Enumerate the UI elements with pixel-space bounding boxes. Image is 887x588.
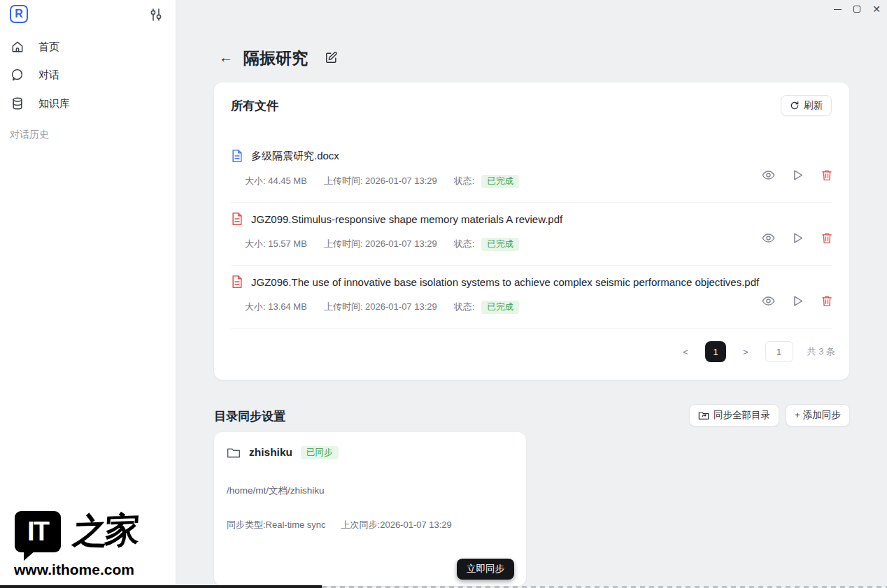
edit-title-icon[interactable] <box>325 51 338 64</box>
sync-directory-card: zhishiku 已同步 /home/mt/文档/zhishiku 同步类型:R… <box>214 432 526 586</box>
page-jump-input[interactable] <box>765 341 793 362</box>
sidebar: R 首页 对话 <box>0 0 176 588</box>
file-row[interactable]: JGZ096.The use of innovative base isolat… <box>231 266 832 329</box>
sidebar-settings-icon[interactable] <box>148 7 164 22</box>
file-uploaded: 上传时间: 2026-01-07 13:29 <box>324 175 437 187</box>
watermark-url: www.ithome.com <box>14 561 134 578</box>
status-badge: 已完成 <box>481 301 519 314</box>
process-file-button[interactable] <box>793 295 804 307</box>
delete-file-button[interactable] <box>821 169 832 181</box>
sync-status-badge: 已同步 <box>301 446 339 459</box>
next-page-button[interactable]: > <box>740 347 751 357</box>
file-status-label: 状态: <box>454 301 475 313</box>
file-size: 大小: 15.57 MB <box>245 238 307 250</box>
file-uploaded: 上传时间: 2026-01-07 13:29 <box>324 301 437 313</box>
status-badge: 已完成 <box>481 175 519 188</box>
prev-page-button[interactable]: < <box>680 347 691 357</box>
file-name: JGZ096.The use of innovative base isolat… <box>251 276 759 288</box>
file-size: 大小: 13.64 MB <box>245 301 307 313</box>
pdf-file-icon <box>231 212 243 226</box>
sync-all-directories-button[interactable]: 同步全部目录 <box>689 404 779 426</box>
file-row[interactable]: 多级隔震研究.docx 大小: 44.45 MB 上传时间: 2026-01-0… <box>231 140 832 203</box>
sync-section-title: 目录同步设置 <box>214 408 285 424</box>
chat-bubble-icon <box>10 68 24 82</box>
clipped-bottom-bar <box>0 585 322 588</box>
sidebar-item-knowledge-base[interactable]: 知识库 <box>0 89 176 117</box>
sidebar-item-label: 知识库 <box>38 97 70 110</box>
pagination: < 1 > 共 3 条 <box>680 341 835 362</box>
add-sync-button[interactable]: + 添加同步 <box>786 404 850 426</box>
ithome-logo-tail <box>24 551 35 561</box>
preview-file-button[interactable] <box>762 233 775 243</box>
sidebar-item-home[interactable]: 首页 <box>0 33 176 61</box>
close-button[interactable]: ✕ <box>867 1 886 17</box>
folder-sync-icon <box>698 410 709 420</box>
file-status-label: 状态: <box>454 238 475 250</box>
refresh-label: 刷新 <box>804 99 823 112</box>
process-file-button[interactable] <box>793 169 804 181</box>
folder-icon <box>227 447 241 459</box>
preview-file-button[interactable] <box>762 170 775 180</box>
last-sync-label: 上次同步:2026-01-07 13:29 <box>341 519 452 531</box>
home-icon <box>10 40 24 54</box>
file-uploaded: 上传时间: 2026-01-07 13:29 <box>324 238 437 250</box>
database-icon <box>10 96 24 110</box>
status-badge: 已完成 <box>481 238 519 251</box>
app-logo-icon[interactable]: R <box>10 5 28 23</box>
minimize-button[interactable] <box>828 1 846 17</box>
sync-all-label: 同步全部目录 <box>714 409 770 422</box>
ithome-logo-cn: 之家 <box>71 506 139 555</box>
page-title: 隔振研究 <box>243 48 308 69</box>
add-sync-label: + 添加同步 <box>795 409 841 422</box>
sync-now-button[interactable]: 立即同步 <box>457 559 514 580</box>
file-row[interactable]: JGZ099.Stimulus-responsive shape memory … <box>231 203 832 266</box>
sidebar-item-chat[interactable]: 对话 <box>0 61 176 89</box>
current-page-button[interactable]: 1 <box>705 341 726 362</box>
sync-type-label: 同步类型:Real-time sync <box>227 519 326 531</box>
preview-file-button[interactable] <box>762 296 775 306</box>
back-button[interactable]: ← <box>219 50 233 66</box>
chat-history-label: 对话历史 <box>10 129 49 141</box>
file-name: JGZ099.Stimulus-responsive shape memory … <box>251 213 562 225</box>
file-size: 大小: 44.45 MB <box>245 175 307 187</box>
docx-file-icon <box>231 149 243 163</box>
sync-directory-name: zhishiku <box>249 446 292 459</box>
file-name: 多级隔震研究.docx <box>251 150 339 163</box>
refresh-icon <box>790 101 800 110</box>
refresh-button[interactable]: 刷新 <box>781 95 832 116</box>
delete-file-button[interactable] <box>821 295 832 307</box>
sidebar-item-label: 首页 <box>38 41 59 54</box>
sync-directory-path: /home/mt/文档/zhishiku <box>227 485 325 497</box>
close-icon: ✕ <box>872 3 881 15</box>
pdf-file-icon <box>231 275 243 289</box>
all-files-card: 所有文件 刷新 多级隔震研究.docx 大小: 44.45 MB <box>214 83 849 380</box>
sidebar-item-label: 对话 <box>38 69 59 82</box>
delete-file-button[interactable] <box>821 232 832 244</box>
process-file-button[interactable] <box>793 232 804 244</box>
maximize-icon <box>853 6 860 13</box>
minimize-icon <box>834 9 842 10</box>
file-status-label: 状态: <box>454 175 475 187</box>
maximize-button[interactable] <box>848 1 866 17</box>
total-count-label: 共 3 条 <box>807 345 835 358</box>
ithome-logo: IT <box>15 511 61 552</box>
files-card-title: 所有文件 <box>231 98 278 114</box>
